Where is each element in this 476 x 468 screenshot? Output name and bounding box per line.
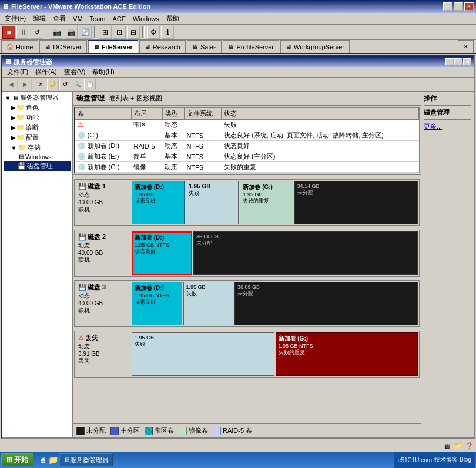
disk-3-unalloc[interactable]: 36.09 GB 未分配 (234, 282, 418, 325)
table-row[interactable]: 💿 (C:) 基本 NTFS 状态良好 (系统, 启动, 页面文件, 活动, 故… (75, 130, 419, 141)
inner-menu-action[interactable]: 操作(A) (32, 67, 61, 77)
legend-primary: 主分区 (110, 426, 140, 435)
vminfo-button[interactable]: ℹ (161, 26, 174, 39)
delete-button[interactable]: ✕ (35, 79, 46, 90)
actions-section: 磁盘管理 (424, 108, 471, 117)
windows-logo: ⊞ (6, 456, 12, 464)
vol-status: 失败 (222, 120, 419, 130)
legend-primary-box (110, 427, 119, 435)
disk-2-part-d[interactable]: 新加卷 (D:) 1.95 GB NTFS 状态良好 (132, 231, 192, 275)
tree-roles[interactable]: ▶ 📁 角色 (4, 103, 71, 113)
vol-type: 动态 (162, 141, 184, 151)
tree-feat-icon: 📁 (16, 114, 25, 122)
pause-button[interactable]: ⏸ (16, 26, 29, 39)
table-row[interactable]: 💿 新加卷 (D:) RAID-5 动态 NTFS 状态良好 (75, 141, 419, 151)
tab-dcserver[interactable]: 🖥 DCServer (39, 40, 86, 53)
back-button[interactable]: ◀ (5, 79, 18, 90)
disk-lost-part-g[interactable]: 新加卷 (G:) 1.95 GB NTFS 失败的重复 (276, 332, 418, 376)
table-row[interactable]: 💿 新加卷 (G:) 镜像 动态 NTFS 失败的重复 (75, 162, 419, 173)
power-button[interactable]: ■ (2, 26, 15, 39)
disk-2-partitions: 新加卷 (D:) 1.95 GB NTFS 状态良好 36.04 GB 未分配 (130, 230, 419, 276)
minimize-button[interactable]: ─ (443, 2, 452, 11)
tree-windows-storage[interactable]: 🖥 Windows (4, 153, 71, 161)
refresh-button[interactable]: ↺ (59, 79, 71, 90)
inner-minimize-button[interactable]: ─ (445, 58, 454, 65)
menu-vm[interactable]: VM (69, 14, 86, 23)
inner-menu-file[interactable]: 文件(F) (4, 67, 32, 77)
unity-button[interactable]: ⊡ (113, 26, 126, 39)
taskbar-server-manager[interactable]: 🖥 服务器管理器 (59, 453, 113, 466)
disk-2-row: 💾 磁盘 2 动态 40.00 GB 联机 新加卷 (D:) 1. (74, 230, 420, 277)
tab-dcserver-label: DCServer (53, 43, 81, 50)
app-title: FileServer - VMware Workstation ACE Edit… (11, 3, 150, 10)
tab-fileserver[interactable]: 🖥 FileServer (88, 40, 138, 53)
tree-storage[interactable]: ▼ 📁 存储 (4, 143, 71, 153)
tab-profileserver[interactable]: 🖥 ProfileServer (223, 40, 279, 53)
inner-menu-help[interactable]: 帮助(H) (89, 67, 118, 77)
disk-1-part-d[interactable]: 新加卷 (D:) 1.95 GB 状态良好 (132, 181, 185, 224)
dlp2-status: 失败的重复 (279, 349, 415, 356)
fullscreen-button[interactable]: ⊞ (99, 26, 112, 39)
tree-config[interactable]: ▶ 📁 配置 (4, 133, 71, 143)
d2p1-size: 1.95 GB NTFS (135, 242, 189, 248)
tree-diag-expand: ▶ (11, 124, 15, 132)
tray-watermark: e51C1U.com (398, 457, 432, 463)
dlp2-title: 新加卷 (G:) (279, 335, 415, 343)
vol-name: 💿 (C:) (75, 130, 132, 141)
tab-sales[interactable]: 🖥 Sales (187, 40, 222, 53)
menu-bar: 文件(F) 编辑 查看 VM Team ACE Windows 帮助 (0, 13, 476, 25)
inner-menu-view[interactable]: 查看(V) (61, 67, 89, 77)
menu-view[interactable]: 查看 (49, 13, 69, 24)
close-button[interactable]: ✕ (464, 2, 474, 11)
d3p2-size: 1.95 GB (186, 284, 231, 290)
properties-button[interactable]: 🔑 (47, 79, 59, 90)
inner-restore-button[interactable]: □ (454, 58, 462, 65)
tab-research[interactable]: 🖥 Research (139, 40, 186, 53)
forward-button[interactable]: ▶ (19, 79, 32, 90)
maximize-button[interactable]: □ (454, 2, 463, 11)
disk-3-label: 💾 磁盘 3 动态 40.00 GB 联机 (75, 281, 130, 326)
taskbar-sm-icon: 🖥 (63, 456, 70, 463)
d1p3-title: 新加卷 (G:) (243, 183, 290, 191)
fit-button[interactable]: ⊟ (127, 26, 140, 39)
legend-bar: 未分配 主分区 带区卷 镜像卷 (73, 423, 421, 437)
vol-status: 失败的重复 (222, 162, 419, 173)
snapshot-button[interactable]: 📷 (51, 26, 63, 39)
table-row[interactable]: ⚠ 带区 动态 失败 (75, 120, 419, 130)
tree-ws-icon: 🖥 (18, 153, 24, 160)
snapshot3-button[interactable]: 🔄 (79, 26, 92, 39)
col-volume: 卷 (75, 108, 132, 120)
tab-home[interactable]: 🏠 Home (1, 40, 38, 53)
menu-file[interactable]: 文件(F) (1, 13, 29, 24)
close-tabs-button[interactable]: ✕ (458, 40, 474, 53)
menu-ace[interactable]: ACE (109, 14, 129, 23)
menu-team[interactable]: Team (86, 14, 109, 23)
disk-1-unalloc[interactable]: 34.14 GB 未分配 (294, 181, 418, 224)
tree-server-manager[interactable]: ▼ 🖥 服务器管理器 (4, 93, 71, 103)
export-button[interactable]: 📋 (84, 79, 96, 90)
tab-workgroupserver[interactable]: 🖥 WorkgroupServer (280, 40, 350, 53)
restart-button[interactable]: ↺ (31, 26, 43, 39)
disk-3-part-fail[interactable]: 1.95 GB 失败 (183, 282, 234, 325)
disk-1-part-fail[interactable]: 1.95 GB 失败 (186, 181, 239, 224)
start-button[interactable]: ⊞ 开始 (1, 453, 33, 466)
search-button[interactable]: 🔍 (72, 79, 83, 90)
prefs-button[interactable]: ⚙ (147, 26, 160, 39)
d1p3-status: 失败的重复 (243, 197, 290, 205)
action-more-link[interactable]: 更多... (424, 123, 442, 130)
menu-edit[interactable]: 编辑 (29, 13, 49, 24)
menu-windows[interactable]: Windows (129, 14, 163, 23)
snapshot2-button[interactable]: 📸 (65, 26, 78, 39)
tree-diagnostics[interactable]: ▶ 📁 诊断 (4, 123, 71, 133)
status-icon1: 🖥 (444, 443, 450, 450)
inner-close-button[interactable]: ✕ (463, 58, 471, 65)
disk-lost-part-fail[interactable]: 1.95 GB 失败 (132, 332, 274, 376)
table-row[interactable]: 💿 新加卷 (E:) 简单 基本 NTFS 状态良好 (主分区) (75, 151, 419, 162)
tree-conf-icon: 📁 (16, 134, 25, 142)
menu-help[interactable]: 帮助 (163, 13, 183, 24)
disk-3-part-d[interactable]: 新加卷 (D:) 1.95 GB NTFS 状态良好 (132, 282, 182, 325)
disk-1-part-g[interactable]: 新加卷 (G:) 1.95 GB 失败的重复 (240, 181, 293, 224)
disk-2-unalloc[interactable]: 36.04 GB 未分配 (193, 231, 418, 275)
tree-disk-management[interactable]: 💾 磁盘管理 (4, 161, 71, 171)
tree-features[interactable]: ▶ 📁 功能 (4, 113, 71, 123)
